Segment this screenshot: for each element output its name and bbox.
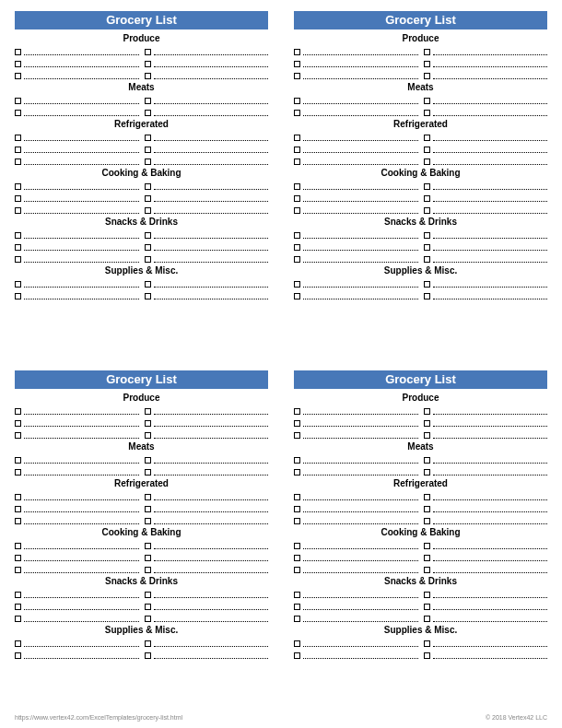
checkbox[interactable] — [294, 604, 300, 610]
checkbox[interactable] — [294, 592, 300, 598]
checkbox[interactable] — [15, 469, 21, 476]
checkbox[interactable] — [424, 135, 430, 141]
checkbox[interactable] — [15, 543, 21, 549]
checkbox[interactable] — [15, 183, 21, 190]
checkbox[interactable] — [294, 518, 300, 524]
checkbox[interactable] — [294, 232, 300, 239]
checkbox[interactable] — [145, 159, 151, 165]
checkbox[interactable] — [145, 420, 151, 427]
checkbox[interactable] — [145, 640, 151, 647]
checkbox[interactable] — [145, 567, 151, 573]
checkbox[interactable] — [15, 420, 21, 427]
checkbox[interactable] — [145, 494, 151, 500]
checkbox[interactable] — [15, 147, 21, 153]
checkbox[interactable] — [15, 567, 21, 573]
checkbox[interactable] — [294, 207, 300, 214]
checkbox[interactable] — [294, 293, 300, 299]
checkbox[interactable] — [424, 281, 430, 288]
checkbox[interactable] — [294, 457, 300, 464]
checkbox[interactable] — [294, 256, 300, 263]
checkbox[interactable] — [424, 506, 430, 512]
checkbox[interactable] — [145, 195, 151, 202]
checkbox[interactable] — [424, 652, 430, 659]
checkbox[interactable] — [294, 110, 300, 116]
checkbox[interactable] — [15, 457, 21, 464]
checkbox[interactable] — [145, 457, 151, 464]
checkbox[interactable] — [15, 232, 21, 239]
checkbox[interactable] — [424, 543, 430, 549]
checkbox[interactable] — [145, 432, 151, 439]
checkbox[interactable] — [294, 555, 300, 561]
checkbox[interactable] — [145, 293, 151, 299]
checkbox[interactable] — [145, 73, 151, 79]
checkbox[interactable] — [294, 49, 300, 55]
checkbox[interactable] — [294, 494, 300, 500]
checkbox[interactable] — [145, 506, 151, 512]
checkbox[interactable] — [145, 49, 151, 55]
checkbox[interactable] — [145, 469, 151, 476]
checkbox[interactable] — [15, 518, 21, 524]
checkbox[interactable] — [294, 135, 300, 141]
checkbox[interactable] — [145, 616, 151, 622]
checkbox[interactable] — [294, 469, 300, 476]
checkbox[interactable] — [294, 543, 300, 549]
checkbox[interactable] — [424, 604, 430, 610]
checkbox[interactable] — [15, 195, 21, 202]
checkbox[interactable] — [145, 518, 151, 524]
checkbox[interactable] — [15, 110, 21, 116]
checkbox[interactable] — [145, 135, 151, 141]
checkbox[interactable] — [145, 110, 151, 116]
checkbox[interactable] — [424, 49, 430, 55]
checkbox[interactable] — [145, 207, 151, 214]
checkbox[interactable] — [294, 567, 300, 573]
checkbox[interactable] — [145, 592, 151, 598]
checkbox[interactable] — [145, 652, 151, 659]
checkbox[interactable] — [15, 207, 21, 214]
checkbox[interactable] — [294, 506, 300, 512]
checkbox[interactable] — [15, 652, 21, 659]
checkbox[interactable] — [15, 49, 21, 55]
checkbox[interactable] — [145, 147, 151, 153]
checkbox[interactable] — [294, 98, 300, 104]
checkbox[interactable] — [294, 159, 300, 165]
checkbox[interactable] — [15, 281, 21, 288]
checkbox[interactable] — [424, 232, 430, 239]
checkbox[interactable] — [294, 73, 300, 79]
checkbox[interactable] — [424, 159, 430, 165]
checkbox[interactable] — [294, 640, 300, 647]
checkbox[interactable] — [145, 543, 151, 549]
checkbox[interactable] — [15, 256, 21, 263]
checkbox[interactable] — [15, 555, 21, 561]
checkbox[interactable] — [15, 73, 21, 79]
checkbox[interactable] — [424, 207, 430, 214]
checkbox[interactable] — [424, 110, 430, 116]
checkbox[interactable] — [294, 281, 300, 288]
checkbox[interactable] — [15, 159, 21, 165]
checkbox[interactable] — [424, 256, 430, 263]
checkbox[interactable] — [294, 195, 300, 202]
checkbox[interactable] — [15, 244, 21, 251]
checkbox[interactable] — [145, 244, 151, 251]
checkbox[interactable] — [294, 183, 300, 190]
checkbox[interactable] — [145, 555, 151, 561]
checkbox[interactable] — [424, 408, 430, 415]
checkbox[interactable] — [15, 640, 21, 647]
checkbox[interactable] — [145, 98, 151, 104]
checkbox[interactable] — [424, 457, 430, 464]
checkbox[interactable] — [294, 652, 300, 659]
checkbox[interactable] — [294, 408, 300, 415]
checkbox[interactable] — [145, 183, 151, 190]
checkbox[interactable] — [15, 408, 21, 415]
checkbox[interactable] — [145, 604, 151, 610]
checkbox[interactable] — [424, 244, 430, 251]
checkbox[interactable] — [424, 147, 430, 153]
checkbox[interactable] — [424, 432, 430, 439]
checkbox[interactable] — [294, 147, 300, 153]
checkbox[interactable] — [424, 73, 430, 79]
checkbox[interactable] — [294, 432, 300, 439]
checkbox[interactable] — [15, 494, 21, 500]
checkbox[interactable] — [15, 135, 21, 141]
checkbox[interactable] — [294, 244, 300, 251]
checkbox[interactable] — [424, 494, 430, 500]
checkbox[interactable] — [424, 640, 430, 647]
